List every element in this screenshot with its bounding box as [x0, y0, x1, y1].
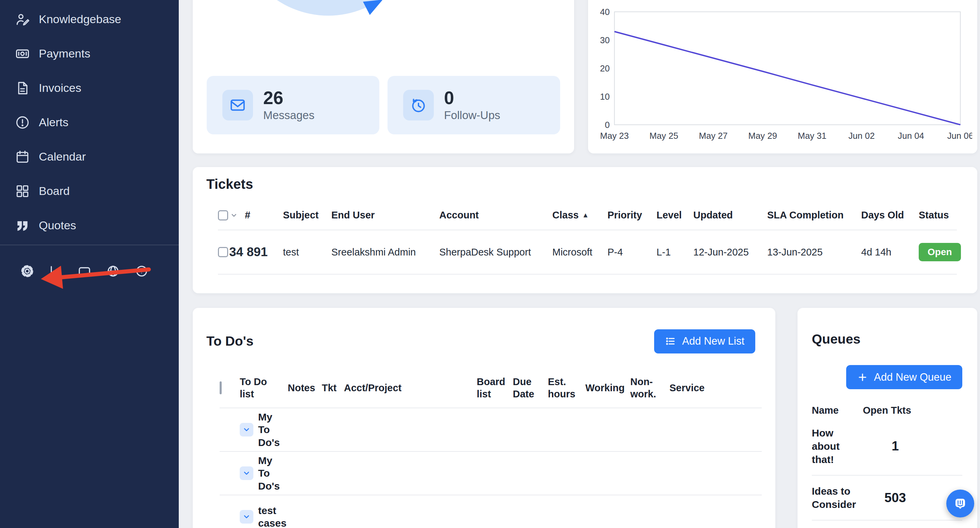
todo-list-name: My To Do's	[258, 454, 288, 493]
ticket-days-old: 4d 14h	[861, 247, 919, 258]
sidebar-footer-icons: ?	[0, 245, 179, 278]
todos-table-header: To Do list Notes Tkt Acct/Project Board …	[220, 376, 762, 409]
tickets-card: Tickets # Subject End User Account Class…	[193, 167, 977, 293]
payments-icon	[15, 46, 30, 61]
col-subject[interactable]: Subject	[283, 209, 331, 221]
globe-icon[interactable]	[106, 264, 120, 278]
sidebar-item-knowledgebase[interactable]: Knowledgebase	[0, 2, 179, 36]
ticket-number[interactable]: 34 891	[229, 245, 283, 259]
queue-open-count: 503	[863, 491, 928, 505]
settings-gear-icon[interactable]	[21, 264, 34, 278]
col-sla[interactable]: SLA Completion	[767, 209, 861, 221]
sidebar-item-calendar[interactable]: Calendar	[0, 140, 179, 174]
queues-title: Queues	[812, 319, 962, 347]
sidebar-nav: Knowledgebase Payments Invoices Alerts C…	[0, 0, 179, 243]
col-acct-project[interactable]: Acct/Project	[344, 382, 477, 394]
add-new-list-button[interactable]: Add New List	[654, 329, 755, 354]
col-board-list[interactable]: Board list	[477, 376, 513, 400]
messages-tile[interactable]: 26 Messages	[207, 76, 379, 135]
sidebar-item-label: Calendar	[39, 150, 86, 163]
envelope-icon	[222, 90, 253, 121]
col-service[interactable]: Service	[670, 382, 762, 394]
followups-tile[interactable]: 0 Follow-Ups	[388, 76, 560, 135]
col-notes[interactable]: Notes	[288, 382, 322, 394]
col-non-work[interactable]: Non- work.	[630, 376, 670, 400]
row-checkbox[interactable]	[218, 247, 228, 257]
svg-text:30: 30	[600, 35, 610, 45]
svg-text:0: 0	[605, 120, 609, 130]
ticket-level: L-1	[657, 247, 693, 258]
todo-list-row[interactable]: My To Do's	[220, 452, 762, 495]
knowledgebase-icon	[15, 12, 30, 27]
ticket-account: SherpaDesk Support	[439, 247, 552, 258]
svg-text:40: 40	[600, 7, 610, 17]
todo-list-row[interactable]: My To Do's	[220, 408, 762, 452]
sidebar-item-quotes[interactable]: Quotes	[0, 208, 179, 243]
sidebar: Knowledgebase Payments Invoices Alerts C…	[0, 0, 179, 528]
expand-chevron-button[interactable]	[240, 423, 253, 436]
col-class[interactable]: Class ▲	[552, 209, 608, 221]
ticket-sla: 13-Jun-2025	[767, 247, 861, 258]
tickets-table-header: # Subject End User Account Class ▲ Prior…	[218, 209, 957, 230]
col-queue-name[interactable]: Name	[812, 405, 863, 416]
chevron-down-icon[interactable]	[230, 212, 238, 219]
svg-text:May 23: May 23	[600, 131, 628, 141]
svg-text:20: 20	[600, 63, 610, 73]
intercom-chat-button[interactable]	[946, 490, 974, 517]
sidebar-item-payments[interactable]: Payments	[0, 36, 179, 71]
calendar-icon	[15, 149, 30, 164]
sidebar-item-label: Alerts	[39, 116, 68, 129]
svg-text:May 31: May 31	[798, 131, 826, 141]
svg-text:May 27: May 27	[699, 131, 727, 141]
line-chart: 010203040May 23May 25May 27May 29May 31J…	[594, 6, 972, 142]
ticket-class: Microsoft	[552, 247, 608, 258]
select-all-checkbox[interactable]	[218, 210, 228, 220]
messages-label: Messages	[263, 109, 314, 122]
col-level[interactable]: Level	[657, 209, 693, 221]
chat-icon	[953, 496, 967, 511]
sidebar-item-invoices[interactable]: Invoices	[0, 71, 179, 105]
svg-text:May 25: May 25	[649, 131, 678, 141]
reports-chart-icon[interactable]	[49, 264, 63, 278]
add-new-queue-button[interactable]: Add New Queue	[846, 365, 962, 389]
board-icon	[15, 184, 30, 199]
col-due-date[interactable]: Due Date	[513, 376, 548, 400]
card-panel-icon[interactable]	[78, 264, 91, 278]
queue-row: Ideas to Consider 503	[812, 476, 962, 520]
col-updated[interactable]: Updated	[693, 209, 767, 221]
sidebar-item-board[interactable]: Board	[0, 174, 179, 208]
todo-list-name: My To Do's	[258, 411, 288, 449]
sidebar-item-alerts[interactable]: Alerts	[0, 105, 179, 140]
queue-name[interactable]: How about that!	[812, 426, 863, 466]
tickets-trend-card: 010203040May 23May 25May 27May 29May 31J…	[588, 0, 977, 154]
todos-card: To Do's Add New List To Do list Notes Tk…	[193, 308, 775, 528]
status-badge: Open	[919, 243, 961, 261]
col-number[interactable]: #	[243, 209, 283, 221]
ticket-row[interactable]: 34 891 test Sreelakshmi Admin SherpaDesk…	[218, 230, 957, 274]
invoices-icon	[15, 81, 30, 95]
todo-list-row[interactable]: test cases	[220, 495, 762, 528]
col-status[interactable]: Status	[919, 209, 957, 221]
col-account[interactable]: Account	[439, 209, 552, 221]
expand-chevron-button[interactable]	[240, 466, 253, 480]
svg-text:Jun 06: Jun 06	[947, 131, 972, 141]
followups-count: 0	[444, 89, 500, 108]
col-end-user[interactable]: End User	[331, 209, 439, 221]
followup-clock-icon	[403, 90, 434, 121]
expand-chevron-button[interactable]	[240, 510, 253, 523]
col-open-tkts[interactable]: Open Tkts	[863, 405, 911, 416]
help-icon[interactable]: ?	[135, 264, 148, 278]
col-est-hours[interactable]: Est. hours	[548, 376, 585, 400]
tickets-title: Tickets	[206, 176, 977, 192]
col-priority[interactable]: Priority	[608, 209, 657, 221]
followups-label: Follow-Ups	[444, 109, 500, 122]
col-tkt[interactable]: Tkt	[322, 382, 344, 394]
svg-text:Jun 04: Jun 04	[898, 131, 924, 141]
col-todo-list[interactable]: To Do list	[240, 376, 288, 400]
queue-name[interactable]: Ideas to Consider	[812, 484, 863, 511]
col-working[interactable]: Working	[585, 382, 630, 394]
todos-select-all-checkbox[interactable]	[220, 381, 222, 394]
sidebar-item-label: Payments	[39, 47, 90, 60]
col-days-old[interactable]: Days Old	[861, 209, 919, 221]
list-icon	[665, 336, 676, 347]
